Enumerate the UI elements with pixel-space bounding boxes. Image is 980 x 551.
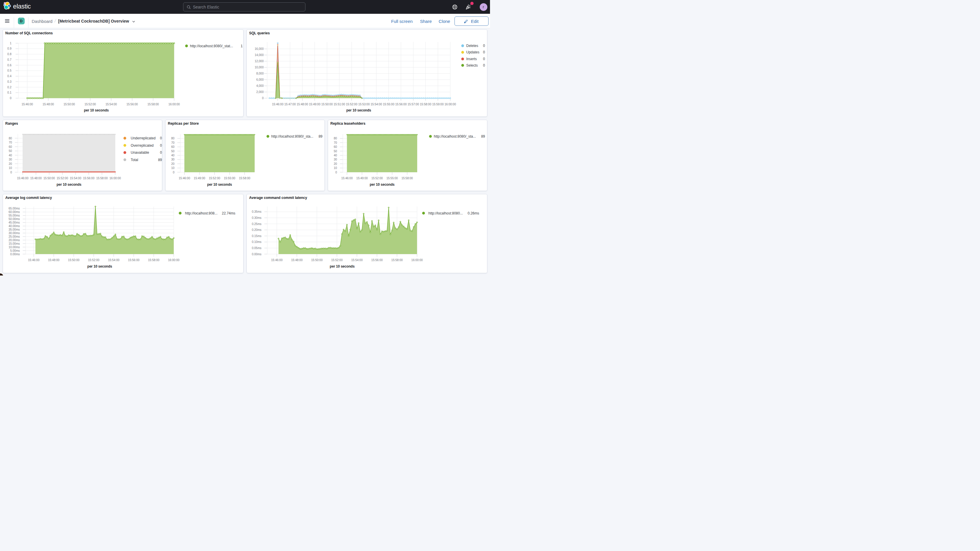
svg-text:15:54:00: 15:54:00 <box>371 103 382 106</box>
svg-text:40: 40 <box>9 153 12 157</box>
svg-text:40: 40 <box>171 153 175 157</box>
svg-text:10: 10 <box>334 166 337 170</box>
svg-text:35.00ms: 35.00ms <box>8 228 20 231</box>
svg-text:15:52:00: 15:52:00 <box>371 177 383 180</box>
svg-text:per 10 seconds: per 10 seconds <box>370 182 395 186</box>
svg-text:Underreplicated: Underreplicated <box>131 136 156 140</box>
svg-text:per 10 seconds: per 10 seconds <box>346 108 371 112</box>
svg-text:20: 20 <box>9 162 12 165</box>
svg-text:30: 30 <box>334 158 337 161</box>
svg-text:60: 60 <box>171 145 175 148</box>
svg-text:15:56:00: 15:56:00 <box>128 258 139 262</box>
svg-text:0.20ms: 0.20ms <box>252 228 261 231</box>
svg-text:0: 0 <box>160 151 162 154</box>
svg-text:15:57:00: 15:57:00 <box>407 103 419 106</box>
svg-text:0.05ms: 0.05ms <box>252 246 261 249</box>
svg-text:0: 0 <box>10 97 11 100</box>
svg-text:0: 0 <box>262 97 264 100</box>
svg-text:20.00ms: 20.00ms <box>8 238 20 242</box>
svg-text:15:50:00: 15:50:00 <box>43 177 55 180</box>
svg-text:6,000: 6,000 <box>256 78 264 81</box>
svg-text:0: 0 <box>10 170 12 174</box>
svg-text:15:55:00: 15:55:00 <box>224 177 235 180</box>
svg-text:0.5: 0.5 <box>7 69 11 72</box>
svg-text:1: 1 <box>240 44 243 48</box>
svg-text:65.00ms: 65.00ms <box>8 207 20 210</box>
svg-text:0: 0 <box>483 50 485 54</box>
svg-text:15:49:00: 15:49:00 <box>194 177 205 180</box>
svg-text:per 10 seconds: per 10 seconds <box>57 182 81 186</box>
svg-text:0.4: 0.4 <box>7 75 11 78</box>
svg-text:0.3: 0.3 <box>7 80 11 83</box>
svg-text:0: 0 <box>483 57 485 61</box>
svg-text:16:00:00: 16:00:00 <box>444 103 456 106</box>
svg-text:0: 0 <box>173 170 175 174</box>
svg-text:15:50:00: 15:50:00 <box>311 258 323 262</box>
svg-text:15:46:00: 15:46:00 <box>272 103 283 106</box>
svg-text:4,000: 4,000 <box>256 84 264 88</box>
svg-text:15:46:00: 15:46:00 <box>341 177 353 180</box>
svg-text:15:58:00: 15:58:00 <box>391 258 403 262</box>
svg-text:50: 50 <box>9 149 12 153</box>
svg-text:15:46:00: 15:46:00 <box>17 177 29 180</box>
svg-text:16,000: 16,000 <box>255 47 264 51</box>
svg-text:Deletes: Deletes <box>466 44 478 48</box>
svg-text:30: 30 <box>9 158 12 161</box>
svg-text:15:59:00: 15:59:00 <box>432 103 444 106</box>
svg-text:0.00ms: 0.00ms <box>10 252 20 256</box>
svg-text:0: 0 <box>483 64 485 67</box>
svg-text:http://localhost:8080/_sta...: http://localhost:8080/_sta... <box>434 134 476 138</box>
svg-text:0: 0 <box>483 44 485 48</box>
svg-text:5.00ms: 5.00ms <box>10 249 20 252</box>
svg-text:80: 80 <box>9 137 12 140</box>
svg-text:15:54:00: 15:54:00 <box>108 258 119 262</box>
svg-text:22.74ms: 22.74ms <box>222 211 235 215</box>
svg-text:Total: Total <box>131 158 138 162</box>
svg-text:60.00ms: 60.00ms <box>8 210 20 213</box>
svg-text:8,000: 8,000 <box>256 72 264 75</box>
svg-text:15:48:00: 15:48:00 <box>297 103 308 106</box>
svg-text:15:50:00: 15:50:00 <box>321 103 333 106</box>
svg-text:http://localhost:8080/_sta...: http://localhost:8080/_sta... <box>271 134 313 138</box>
svg-text:15:52:00: 15:52:00 <box>84 103 96 106</box>
svg-text:16:00:00: 16:00:00 <box>169 103 180 106</box>
svg-text:15:48:00: 15:48:00 <box>30 177 42 180</box>
svg-text:70: 70 <box>334 141 337 144</box>
svg-text:per 10 seconds: per 10 seconds <box>88 264 112 268</box>
svg-text:16:00:00: 16:00:00 <box>411 258 423 262</box>
svg-text:0.00ms: 0.00ms <box>252 252 261 256</box>
svg-text:0.2: 0.2 <box>7 86 11 89</box>
svg-text:89: 89 <box>319 134 323 138</box>
svg-text:15:56:00: 15:56:00 <box>126 103 138 106</box>
svg-text:0.25ms: 0.25ms <box>252 222 261 225</box>
svg-text:Updates: Updates <box>466 50 479 54</box>
svg-text:15:46:00: 15:46:00 <box>21 103 33 106</box>
svg-text:15:58:00: 15:58:00 <box>148 258 159 262</box>
svg-text:15:55:00: 15:55:00 <box>387 177 398 180</box>
svg-text:0.7: 0.7 <box>7 58 11 61</box>
svg-text:60: 60 <box>334 145 337 148</box>
svg-text:15:56:00: 15:56:00 <box>395 103 407 106</box>
svg-text:15:56:00: 15:56:00 <box>83 177 94 180</box>
svg-text:70: 70 <box>9 141 12 144</box>
svg-text:15:58:00: 15:58:00 <box>401 177 413 180</box>
svg-text:89: 89 <box>158 158 162 162</box>
svg-text:15:52:00: 15:52:00 <box>209 177 220 180</box>
svg-text:15:52:00: 15:52:00 <box>331 258 343 262</box>
svg-text:15:54:00: 15:54:00 <box>351 258 363 262</box>
svg-text:50: 50 <box>334 149 337 153</box>
svg-text:16:00:00: 16:00:00 <box>110 177 121 180</box>
svg-text:15:46:00: 15:46:00 <box>271 258 283 262</box>
svg-text:15:52:00: 15:52:00 <box>346 103 357 106</box>
svg-text:14,000: 14,000 <box>255 53 264 57</box>
svg-text:30: 30 <box>171 158 175 161</box>
svg-text:15:51:00: 15:51:00 <box>334 103 345 106</box>
svg-text:50.00ms: 50.00ms <box>8 217 20 221</box>
svg-text:0.10ms: 0.10ms <box>252 240 261 244</box>
svg-text:15:49:00: 15:49:00 <box>356 177 368 180</box>
svg-text:http://localhost:8080/_stat...: http://localhost:8080/_stat... <box>190 44 233 48</box>
svg-text:Unavailable: Unavailable <box>131 151 150 154</box>
svg-text:80: 80 <box>334 137 337 140</box>
svg-text:12,000: 12,000 <box>255 60 264 63</box>
svg-text:40: 40 <box>334 153 337 157</box>
